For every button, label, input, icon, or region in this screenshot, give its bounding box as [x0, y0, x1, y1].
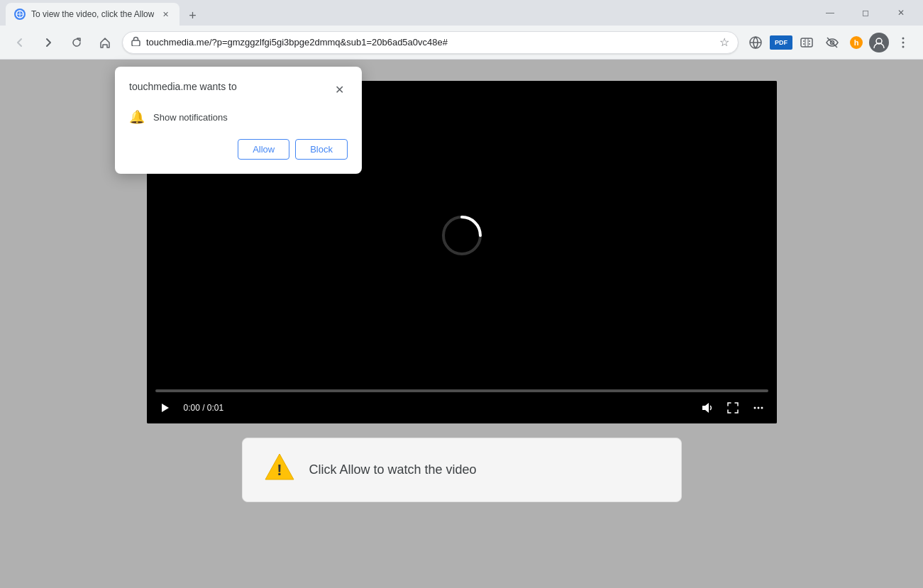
svg-point-25 — [761, 407, 763, 409]
video-controls: 0:00 / 0:01 — [147, 389, 777, 423]
svg-rect-5 — [801, 38, 812, 47]
svg-rect-3 — [132, 40, 140, 46]
fullscreen-button[interactable] — [723, 398, 743, 418]
svg-point-17 — [902, 37, 905, 39]
svg-point-18 — [902, 41, 905, 43]
forward-button[interactable] — [37, 31, 60, 54]
svg-point-8 — [809, 40, 810, 42]
play-button[interactable] — [155, 398, 175, 418]
bookmark-icon[interactable]: ☆ — [719, 35, 729, 49]
block-button[interactable]: Block — [295, 139, 348, 160]
active-tab[interactable]: To view the video, click the Allow ✕ — [6, 3, 179, 26]
tab-title: To view the video, click the Allow — [31, 9, 154, 19]
tab-strip: To view the video, click the Allow ✕ + — [6, 0, 811, 26]
svg-marker-22 — [702, 403, 709, 413]
popup-header: touchmedia.me wants to ✕ — [129, 81, 348, 98]
lock-icon — [131, 36, 140, 48]
time-display: 0:00 / 0:01 — [184, 403, 224, 413]
new-tab-button[interactable]: + — [182, 6, 202, 26]
world-icon[interactable] — [744, 31, 767, 54]
maximize-button[interactable]: ◻ — [849, 1, 882, 24]
svg-point-23 — [753, 407, 756, 409]
home-button[interactable] — [94, 31, 116, 54]
minimize-button[interactable]: — — [814, 1, 846, 24]
bell-icon: 🔔 — [129, 109, 145, 125]
window-controls: — ◻ ✕ — [814, 1, 917, 24]
toolbar: touchmedia.me/?p=gmzggzlfgi5gi3bpge2dmmq… — [0, 26, 923, 60]
tab-favicon — [14, 9, 26, 20]
profile-avatar[interactable] — [869, 33, 889, 52]
volume-button[interactable] — [697, 398, 717, 418]
svg-point-7 — [803, 43, 805, 45]
pdf-extension-icon[interactable]: PDF — [770, 35, 792, 50]
page-content: touchmedia.me wants to ✕ 🔔 Show notifica… — [0, 60, 923, 588]
banner-text: Click Allow to watch the video — [309, 462, 477, 477]
title-bar: To view the video, click the Allow ✕ + —… — [0, 0, 923, 26]
loading-spinner — [440, 213, 484, 257]
toolbar-icons: PDF h — [744, 31, 914, 54]
video-more-button[interactable] — [748, 398, 768, 418]
popup-buttons: Allow Block — [129, 139, 348, 160]
svg-point-6 — [803, 40, 805, 42]
popup-notification-item: 🔔 Show notifications — [129, 109, 348, 125]
browser-frame: To view the video, click the Allow ✕ + —… — [0, 0, 923, 588]
svg-point-19 — [902, 45, 905, 48]
honey-extension-icon[interactable]: h — [846, 33, 866, 52]
svg-text:!: ! — [277, 461, 282, 479]
warning-icon: ! — [264, 453, 295, 487]
film-reel-icon[interactable] — [795, 31, 818, 54]
close-button[interactable]: ✕ — [885, 1, 917, 24]
svg-point-9 — [809, 43, 810, 45]
eye-slash-icon[interactable] — [821, 31, 844, 54]
reload-button[interactable] — [65, 31, 88, 54]
popup-item-label: Show notifications — [153, 112, 228, 123]
popup-title: touchmedia.me wants to — [129, 81, 237, 92]
back-button[interactable] — [9, 31, 31, 54]
notification-banner: ! Click Allow to watch the video — [242, 438, 682, 502]
allow-button[interactable]: Allow — [238, 139, 289, 160]
popup-close-button[interactable]: ✕ — [331, 81, 348, 98]
progress-bar[interactable] — [155, 389, 768, 392]
svg-point-24 — [757, 407, 759, 409]
url-text: touchmedia.me/?p=gmzggzlfgi5gi3bpge2dmmq… — [146, 37, 714, 48]
svg-text:h: h — [854, 38, 859, 47]
svg-marker-21 — [162, 404, 169, 412]
browser-menu-button[interactable] — [892, 31, 914, 54]
controls-row: 0:00 / 0:01 — [155, 398, 768, 418]
permission-popup: touchmedia.me wants to ✕ 🔔 Show notifica… — [115, 67, 362, 174]
tab-close-button[interactable]: ✕ — [160, 9, 171, 20]
address-bar[interactable]: touchmedia.me/?p=gmzggzlfgi5gi3bpge2dmmq… — [122, 31, 739, 54]
